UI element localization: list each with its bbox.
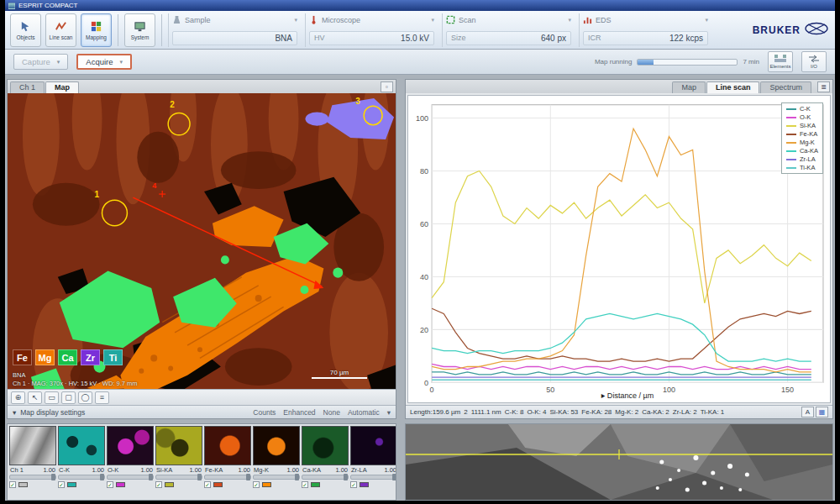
acquire-button[interactable]: Acquire ▾ (76, 54, 132, 70)
scan-size-field[interactable]: Size 640 px (446, 31, 571, 45)
opacity-slider-mg[interactable] (253, 475, 300, 480)
map-panel-maximize-button[interactable]: ▫ (381, 81, 393, 92)
legend-item[interactable]: Ti-KA (786, 164, 818, 171)
opacity-slider-ok[interactable] (107, 475, 154, 480)
chevron-down-icon[interactable]: ▾ (294, 17, 297, 24)
cursor-value: Fe-KA: 28 (581, 408, 612, 416)
legend-item[interactable]: C-K (786, 105, 818, 113)
line-scan-button[interactable]: Line scan (45, 13, 76, 47)
visibility-checkbox-zr[interactable]: ✓ (350, 481, 357, 488)
visibility-checkbox-ck[interactable]: ✓ (58, 481, 65, 488)
system-button[interactable]: System (124, 13, 155, 47)
visibility-checkbox-ca[interactable]: ✓ (302, 481, 308, 488)
svg-text:50: 50 (546, 386, 554, 394)
zoom-tool-button[interactable]: ⊕ (11, 391, 25, 404)
chevron-down-icon[interactable]: ▾ (431, 17, 434, 24)
rectangle-tool-button[interactable]: ▭ (45, 391, 59, 404)
opacity-slider-si[interactable] (155, 475, 202, 480)
scale-bar-line (312, 377, 367, 379)
workspace: Ch 1 Map ▫ (5, 75, 835, 423)
option-enhanced[interactable]: Enhanced (283, 408, 315, 417)
pointer-tool-button[interactable]: ↖ (28, 391, 42, 404)
scan-count: 2 (464, 408, 467, 416)
legend-item[interactable]: Mg-K (786, 139, 818, 146)
thumbnail-si[interactable] (155, 426, 202, 465)
visibility-checkbox-mg[interactable]: ✓ (253, 481, 260, 488)
map-scale-bar: 70 µm (312, 369, 367, 379)
io-button[interactable]: I/O (801, 51, 827, 72)
bottom-strip: Ch 11.00 ✓ C-K1.00 ✓ O-K1.00 ✓ Si-KA1.00 (5, 423, 835, 501)
color-swatch-ok[interactable] (116, 482, 125, 487)
visibility-checkbox-si[interactable]: ✓ (155, 481, 162, 488)
ellipse-tool-button[interactable]: ◯ (78, 391, 92, 404)
elements-button[interactable]: Elements (768, 51, 793, 72)
tab-map-view[interactable]: Map (672, 81, 706, 93)
objects-button[interactable]: Objects (10, 13, 41, 47)
thumbnail-ok[interactable] (107, 426, 154, 465)
legend-item[interactable]: O-K (786, 113, 818, 121)
legend-chip-ti[interactable]: Ti (103, 349, 123, 365)
opacity-slider-ch1[interactable] (9, 475, 56, 480)
color-swatch-fe[interactable] (213, 482, 223, 487)
thumbnail-fe[interactable] (204, 426, 251, 465)
visibility-checkbox-fe[interactable]: ✓ (204, 481, 211, 488)
legend-chip-fe[interactable]: Fe (13, 349, 32, 365)
auto-scale-button[interactable]: A (801, 407, 814, 417)
microscope-icon (309, 15, 318, 26)
option-automatic[interactable]: Automatic (348, 408, 380, 417)
legend-item[interactable]: Fe-KA (786, 130, 818, 138)
legend-item[interactable]: Zr-LA (786, 155, 818, 163)
chevron-down-icon[interactable]: ▾ (705, 17, 708, 24)
map-view[interactable]: 2 1 3 4 Fe Mg Ca Zr Ti (8, 93, 396, 389)
chart-export-button[interactable]: ▦ (816, 407, 828, 417)
color-swatch-ch1[interactable] (18, 482, 28, 487)
tab-map[interactable]: Map (45, 81, 79, 93)
tab-spectrum[interactable]: Spectrum (760, 81, 811, 93)
opacity-slider-ck[interactable] (58, 475, 105, 480)
cursor-value: Zr-LA: 2 (673, 408, 697, 416)
legend-chip-mg[interactable]: Mg (35, 349, 55, 365)
chart-options-button[interactable]: ≣ (817, 81, 830, 92)
profile-tool-button[interactable]: ≡ (95, 391, 109, 404)
option-none[interactable]: None (323, 408, 340, 417)
hv-field[interactable]: HV 15.0 kV (309, 31, 434, 45)
thumbnail-ch1[interactable] (9, 426, 56, 465)
chevron-down-icon[interactable]: ▾ (387, 408, 391, 417)
tab-ch1[interactable]: Ch 1 (10, 81, 45, 93)
element-map-image[interactable]: 2 1 3 4 (8, 93, 396, 389)
chevron-down-icon[interactable]: ▾ (13, 408, 16, 417)
legend-item[interactable]: Si-KA (786, 122, 818, 129)
rounded-rect-tool-button[interactable]: ▢ (61, 391, 76, 404)
color-swatch-si[interactable] (165, 482, 174, 487)
sample-value-field[interactable]: BNA (172, 31, 297, 45)
icr-field[interactable]: ICR 122 kcps (583, 31, 708, 45)
tab-line-scan[interactable]: Line scan (706, 81, 760, 93)
linescan-plot[interactable]: 050100150020406080100▸ Distance / µm (408, 96, 830, 402)
color-swatch-ca[interactable] (311, 482, 320, 487)
svg-text:40: 40 (420, 272, 428, 281)
chevron-down-icon[interactable]: ▾ (568, 17, 571, 24)
opacity-slider-zr[interactable] (350, 475, 396, 480)
visibility-checkbox-ok[interactable]: ✓ (107, 481, 113, 488)
opacity-slider-ca[interactable] (302, 475, 349, 480)
color-swatch-zr[interactable] (360, 482, 369, 487)
color-swatch-mg[interactable] (262, 482, 271, 487)
scan-length: Length:159.6 µm (410, 408, 460, 416)
thumbnail-ca[interactable] (302, 426, 349, 465)
legend-chip-zr[interactable]: Zr (81, 349, 100, 365)
capture-button[interactable]: Capture ▾ (13, 54, 68, 70)
thumbnail-zr[interactable] (350, 426, 396, 465)
thumbnail-mg[interactable] (253, 426, 300, 465)
legend-chip-ca[interactable]: Ca (58, 349, 77, 365)
legend-item[interactable]: Ca-KA (786, 147, 818, 155)
legend-color-line (786, 142, 796, 144)
visibility-checkbox-ch1[interactable]: ✓ (9, 481, 16, 488)
color-swatch-ck[interactable] (67, 482, 76, 487)
mapping-button[interactable]: Mapping (81, 13, 112, 47)
opacity-slider-fe[interactable] (204, 475, 251, 480)
option-counts[interactable]: Counts (253, 408, 276, 417)
linescan-chart[interactable]: 050100150020406080100▸ Distance / µm C-K… (407, 95, 831, 403)
map-acquisition-info: Ch 1 · MAG: 370x · HV: 15 kV · WD: 9.7 m… (13, 380, 138, 387)
thumbnail-ck[interactable] (58, 426, 105, 465)
sem-image-view[interactable] (405, 423, 833, 501)
